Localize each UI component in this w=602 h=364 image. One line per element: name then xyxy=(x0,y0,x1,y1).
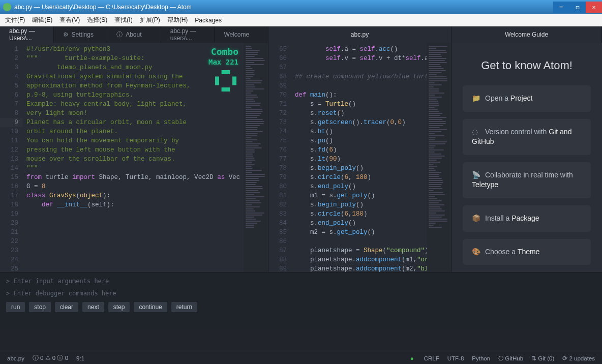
tab-label: Welcome Guide xyxy=(505,31,548,38)
editor-pane-left[interactable]: 1234567891011121314151617181920212223242… xyxy=(0,43,268,272)
info-icon xyxy=(116,31,123,39)
debug-step-button[interactable]: step xyxy=(108,302,130,312)
card-icon: 🎨 xyxy=(472,247,480,257)
status-cursor-pos[interactable]: 9:1 xyxy=(76,355,84,361)
card-text: Choose a Theme xyxy=(485,248,539,256)
status-item[interactable]: Python xyxy=(472,355,490,361)
card-icon: 📡 xyxy=(472,170,480,180)
menu-item[interactable]: 选择(S) xyxy=(87,16,107,24)
status-item[interactable]: CRLF xyxy=(424,355,439,361)
tab-label: abc.py — users\... xyxy=(170,27,205,42)
debug-next-button[interactable]: next xyxy=(82,302,104,312)
welcome-heading: Get to know Atom! xyxy=(463,59,591,72)
status-file[interactable]: abc.py xyxy=(7,355,24,361)
combo-indicator: Combo Max 221 xyxy=(208,47,238,67)
combo-title: Combo xyxy=(208,47,238,57)
editor-pane-middle[interactable]: 6566676869707172737475767778798081828384… xyxy=(268,43,452,272)
tab[interactable]: Welcome Guide xyxy=(452,26,602,43)
menu-item[interactable]: 扩展(P) xyxy=(140,16,160,24)
code-area[interactable]: #!/usr/bin/env python3""" turtle-example… xyxy=(22,43,243,272)
tab-label: abc.py xyxy=(351,31,369,38)
menu-item[interactable]: Packages xyxy=(195,17,222,24)
status-item[interactable]: ⇅ Git (0) xyxy=(531,355,554,362)
menu-bar: 文件(F)编辑(E)查看(V)选择(S)查找(I)扩展(P)帮助(H)Packa… xyxy=(0,14,602,26)
minimap[interactable] xyxy=(427,43,451,272)
tab[interactable]: About xyxy=(107,26,161,43)
menu-item[interactable]: 帮助(H) xyxy=(167,16,188,24)
menu-item[interactable]: 查看(V) xyxy=(59,16,80,24)
welcome-card[interactable]: 📦Install a Package xyxy=(463,205,591,232)
workspace: 1234567891011121314151617181920212223242… xyxy=(0,43,602,272)
window-title-bar: abc.py — Users\catty\Desktop — C:\Users\… xyxy=(0,0,602,14)
status-diagnostics[interactable]: ⓘ 0 ⚠ 0 ⓘ 0 xyxy=(33,354,68,362)
welcome-card[interactable]: 📡Collaborate in real time with Teletype xyxy=(463,162,591,198)
card-text: Collaborate in real time with Teletype xyxy=(472,171,573,189)
bottom-panel: > Enter input arguments here > Enter deb… xyxy=(0,272,602,329)
gear-icon xyxy=(63,31,69,38)
status-item[interactable]: ⟳ 2 updates xyxy=(562,355,595,362)
tab-label: abc.py — Users\... xyxy=(9,27,44,42)
tab[interactable]: abc.py xyxy=(268,26,452,43)
card-icon: 📁 xyxy=(472,94,480,104)
empty-region xyxy=(0,329,602,352)
tab[interactable]: abc.py — Users\... xyxy=(0,26,54,43)
status-item[interactable]: UTF-8 xyxy=(447,355,464,361)
combo-graphic-icon xyxy=(215,70,236,92)
card-text: Open a Project xyxy=(485,94,532,102)
close-button[interactable]: ✕ xyxy=(586,2,602,13)
maximize-button[interactable]: ◻ xyxy=(569,2,586,13)
minimap[interactable] xyxy=(244,43,268,272)
tab[interactable]: Welcome xyxy=(215,26,268,43)
status-item[interactable]: ⎔ GitHub xyxy=(498,355,523,362)
debugger-cmd-field[interactable]: Enter debugger commands here xyxy=(13,290,116,297)
status-bar: abc.py ⓘ 0 ⚠ 0 ⓘ 0 9:1 CRLFUTF-8Python⎔ … xyxy=(0,352,602,364)
debug-clear-button[interactable]: clear xyxy=(55,302,78,312)
status-dot-icon xyxy=(410,355,416,361)
tab-label: About xyxy=(126,31,141,38)
combo-max: Max 221 xyxy=(208,57,238,67)
debug-return-button[interactable]: return xyxy=(171,302,197,312)
menu-item[interactable]: 查找(I) xyxy=(114,16,132,24)
menu-item[interactable]: 文件(F) xyxy=(5,16,25,24)
gutter: 6566676869707172737475767778798081828384… xyxy=(268,43,291,272)
menu-item[interactable]: 编辑(E) xyxy=(32,16,52,24)
card-icon: ◌ xyxy=(472,127,480,137)
card-text: Install a Package xyxy=(485,214,539,222)
atom-app-icon xyxy=(3,3,11,11)
input-args-field[interactable]: Enter input arguments here xyxy=(13,278,109,285)
gutter: 1234567891011121314151617181920212223242… xyxy=(0,43,22,272)
tab-bar: abc.py — Users\...SettingsAboutabc.py — … xyxy=(0,26,602,43)
tab[interactable]: Settings xyxy=(54,26,108,43)
minimize-button[interactable]: ─ xyxy=(553,2,569,13)
welcome-card[interactable]: 📁Open a Project xyxy=(463,85,591,112)
welcome-guide-pane: Get to know Atom! 📁Open a Project◌Versio… xyxy=(452,43,602,272)
window-title: abc.py — Users\catty\Desktop — C:\Users\… xyxy=(14,4,192,11)
code-area[interactable]: self.a = self.acc() self.v = self.v + dt… xyxy=(291,43,426,272)
debug-continue-button[interactable]: continue xyxy=(134,302,167,312)
debug-stop-button[interactable]: stop xyxy=(29,302,51,312)
tab[interactable]: abc.py — users\... xyxy=(161,26,215,43)
welcome-card[interactable]: ◌Version control with Git and GitHub xyxy=(463,119,591,155)
welcome-card[interactable]: 🎨Choose a Theme xyxy=(463,239,591,265)
card-icon: 📦 xyxy=(472,214,480,224)
debug-run-button[interactable]: run xyxy=(6,302,25,312)
tab-label: Settings xyxy=(72,31,94,38)
tab-label: Welcome xyxy=(224,31,249,38)
card-text: Version control with Git and GitHub xyxy=(472,128,571,146)
